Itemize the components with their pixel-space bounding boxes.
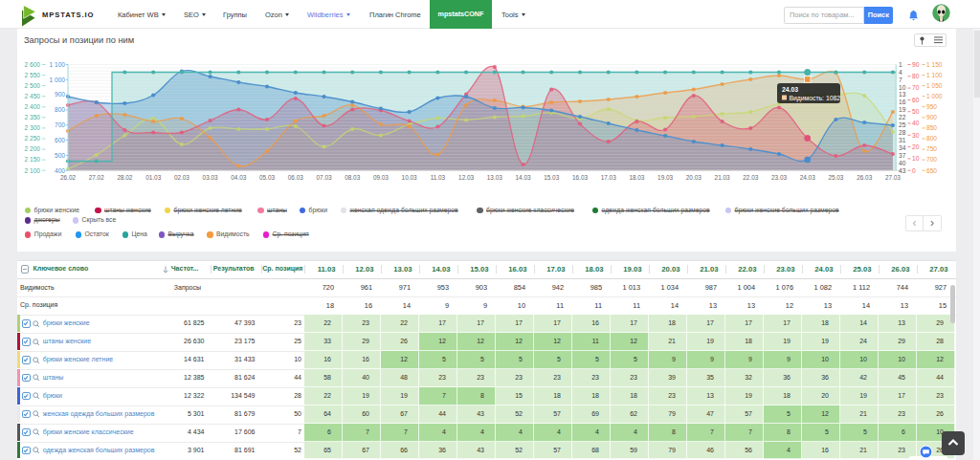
svg-text:1 150: 1 150: [926, 61, 943, 68]
svg-text:12.03: 12.03: [458, 174, 474, 181]
svg-text:80: 80: [912, 73, 920, 79]
svg-text:10: 10: [912, 155, 920, 162]
svg-text:15.03: 15.03: [544, 174, 559, 181]
svg-text:24.03: 24.03: [782, 86, 798, 93]
svg-text:950: 950: [926, 103, 937, 110]
svg-text:23.03: 23.03: [771, 174, 787, 181]
svg-text:1 000: 1 000: [926, 93, 943, 99]
svg-text:50: 50: [912, 108, 920, 115]
svg-text:20.03: 20.03: [686, 174, 702, 181]
svg-text:70: 70: [912, 84, 920, 91]
svg-text:2 550: 2 550: [24, 72, 40, 78]
svg-text:43: 43: [899, 167, 906, 174]
svg-text:06.03: 06.03: [288, 174, 303, 181]
svg-text:16: 16: [899, 99, 906, 105]
svg-text:03.03: 03.03: [203, 174, 218, 181]
svg-text:650: 650: [926, 167, 937, 174]
svg-text:800: 800: [926, 135, 937, 142]
svg-text:700: 700: [926, 156, 937, 163]
svg-text:90: 90: [912, 61, 920, 68]
svg-text:7: 7: [899, 77, 902, 83]
svg-text:14.03: 14.03: [516, 174, 531, 181]
svg-text:2 100: 2 100: [24, 167, 40, 174]
svg-text:37: 37: [899, 152, 906, 159]
svg-text:25.03: 25.03: [828, 174, 843, 181]
svg-text:2 350: 2 350: [24, 114, 40, 120]
svg-text:2 600: 2 600: [24, 61, 40, 68]
svg-text:27.03: 27.03: [885, 174, 901, 181]
svg-text:500: 500: [55, 152, 65, 159]
svg-text:10.03: 10.03: [402, 174, 417, 181]
svg-text:Видимость: 1082: Видимость: 1082: [790, 95, 841, 102]
svg-text:800: 800: [55, 106, 65, 113]
svg-text:09.03: 09.03: [373, 174, 389, 181]
svg-text:900: 900: [55, 91, 65, 98]
svg-text:19.03: 19.03: [657, 174, 673, 181]
svg-text:34: 34: [899, 144, 906, 151]
svg-text:2 200: 2 200: [24, 145, 40, 152]
svg-text:26.03: 26.03: [857, 174, 872, 181]
svg-text:600: 600: [55, 137, 65, 143]
svg-text:31: 31: [899, 137, 906, 143]
svg-text:20: 20: [912, 143, 920, 150]
svg-text:400: 400: [55, 167, 65, 174]
svg-text:30: 30: [912, 132, 920, 139]
svg-text:05.03: 05.03: [259, 174, 275, 181]
svg-text:700: 700: [55, 121, 65, 128]
svg-text:2 150: 2 150: [24, 156, 40, 163]
svg-text:40: 40: [912, 120, 920, 126]
svg-text:21.03: 21.03: [715, 174, 730, 181]
svg-text:22: 22: [899, 114, 906, 120]
svg-text:2 450: 2 450: [24, 93, 40, 99]
svg-text:07.03: 07.03: [317, 174, 332, 181]
svg-text:18.03: 18.03: [629, 174, 644, 181]
svg-text:25: 25: [899, 121, 906, 128]
svg-text:1 050: 1 050: [926, 82, 943, 89]
svg-text:13: 13: [899, 91, 906, 98]
svg-text:02.03: 02.03: [174, 174, 189, 181]
svg-text:900: 900: [926, 114, 937, 120]
svg-text:08.03: 08.03: [345, 174, 360, 181]
svg-text:850: 850: [926, 124, 937, 131]
svg-text:26.02: 26.02: [60, 174, 76, 181]
svg-text:2 300: 2 300: [24, 124, 40, 131]
svg-text:10: 10: [899, 84, 906, 91]
svg-text:60: 60: [912, 97, 920, 103]
svg-text:0: 0: [912, 167, 916, 174]
svg-text:16.03: 16.03: [572, 174, 588, 181]
svg-text:1 000: 1 000: [49, 77, 65, 83]
svg-text:1 100: 1 100: [926, 72, 943, 78]
svg-text:27.02: 27.02: [89, 174, 104, 181]
svg-text:40: 40: [899, 160, 906, 166]
svg-text:2 400: 2 400: [24, 103, 40, 110]
svg-text:24.03: 24.03: [800, 174, 815, 181]
svg-text:04.03: 04.03: [231, 174, 246, 181]
svg-text:01.03: 01.03: [145, 174, 161, 181]
svg-text:1: 1: [899, 61, 902, 68]
svg-text:1 100: 1 100: [49, 61, 65, 68]
svg-text:28.02: 28.02: [117, 174, 132, 181]
svg-text:22.03: 22.03: [743, 174, 758, 181]
svg-text:19: 19: [899, 106, 906, 113]
svg-text:11.03: 11.03: [431, 174, 446, 181]
svg-text:28: 28: [899, 129, 906, 136]
svg-text:4: 4: [899, 69, 902, 76]
svg-text:750: 750: [926, 145, 937, 152]
svg-text:2 500: 2 500: [24, 82, 40, 89]
svg-text:2 250: 2 250: [24, 135, 40, 142]
svg-text:17.03: 17.03: [601, 174, 616, 181]
svg-text:13.03: 13.03: [487, 174, 502, 181]
